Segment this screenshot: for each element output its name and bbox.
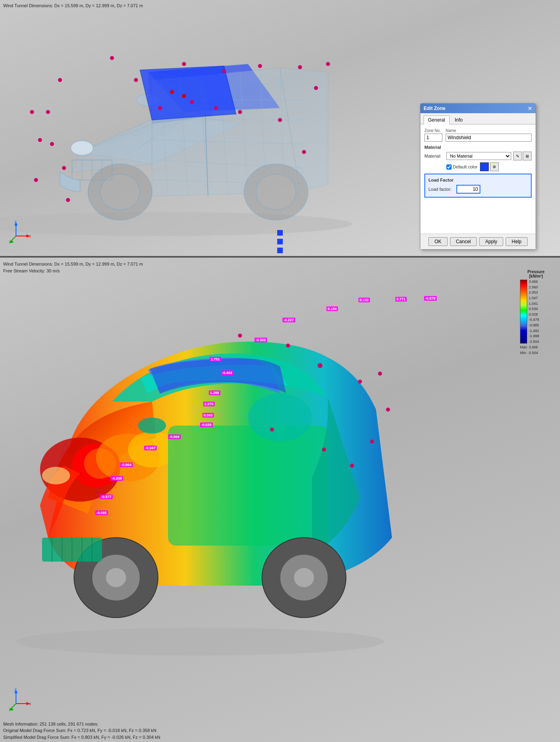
- default-color-label: Default color: [446, 164, 478, 170]
- svg-point-66: [302, 150, 306, 154]
- pressure-label-p5: -0.227: [282, 318, 295, 322]
- material-row: Material: No Material ✎ ⊞: [424, 152, 532, 160]
- legend-color-bar: [520, 280, 527, 344]
- svg-point-54: [110, 56, 114, 60]
- svg-point-103: [358, 380, 362, 384]
- zone-name-group: Zone No. Name: [424, 128, 532, 142]
- svg-point-102: [318, 363, 322, 368]
- legend-title: Pressure [kN/m²]: [520, 270, 552, 278]
- svg-point-67: [170, 90, 174, 94]
- mesh-info-line1: Mesh Information: 251 138 cells, 291 671…: [3, 721, 160, 728]
- mesh-info-line3: Simplified Model Drag Force Sum: Fx = 0.…: [3, 734, 160, 741]
- pressure-label-p11: 0.043: [202, 413, 214, 418]
- svg-point-108: [322, 448, 326, 452]
- svg-point-90: [106, 568, 126, 587]
- svg-point-46: [190, 100, 194, 104]
- svg-point-57: [50, 142, 54, 146]
- svg-point-45: [158, 106, 162, 110]
- svg-point-49: [258, 64, 262, 68]
- load-factor-label: Load factor:: [428, 187, 456, 192]
- svg-text:Y: Y: [9, 240, 11, 244]
- svg-point-106: [238, 334, 242, 338]
- svg-point-63: [214, 106, 218, 110]
- svg-point-107: [270, 428, 274, 432]
- pressure-label-p14: -0.167: [144, 446, 157, 450]
- material-select[interactable]: No Material: [446, 152, 511, 160]
- svg-text:Z: Z: [14, 688, 17, 692]
- svg-marker-44: [140, 66, 236, 120]
- pressure-label-p16: -0.338: [110, 476, 123, 481]
- svg-point-87: [248, 394, 312, 442]
- material-grid-button[interactable]: ⊞: [523, 152, 532, 160]
- svg-point-52: [182, 62, 186, 66]
- svg-point-68: [182, 94, 186, 98]
- svg-point-59: [38, 138, 42, 142]
- pressure-label-p13: -0.869: [168, 434, 181, 439]
- dialog-footer: OK Cancel Apply Help: [420, 234, 536, 249]
- color-grid-button[interactable]: ⊞: [490, 162, 499, 171]
- pressure-label-p9: 1.288: [209, 390, 220, 395]
- svg-text:Z: Z: [14, 220, 17, 224]
- material-section-label: Material: [424, 145, 532, 150]
- svg-point-100: [138, 418, 166, 434]
- color-row: Default color ⊞: [424, 162, 532, 171]
- pressure-label-p2: 0.771: [395, 297, 407, 302]
- car-heatmap: [0, 258, 448, 706]
- mesh-info: Mesh Information: 251 138 cells, 291 671…: [3, 721, 160, 741]
- pressure-label-p17: -0.577: [100, 494, 113, 499]
- dialog-empty-area: [424, 198, 532, 230]
- pressure-label-p4: 0.184: [326, 306, 338, 311]
- load-factor-input[interactable]: [456, 185, 480, 194]
- svg-point-80: [16, 628, 384, 656]
- svg-point-109: [350, 464, 354, 468]
- svg-point-60: [30, 110, 34, 114]
- dialog-tabs: General Info: [420, 113, 536, 124]
- name-field: Name: [446, 128, 532, 142]
- help-button[interactable]: Help: [506, 237, 528, 246]
- material-label: Material:: [424, 154, 446, 158]
- svg-point-111: [386, 408, 390, 412]
- load-factor-row: Load factor:: [428, 185, 528, 194]
- svg-point-47: [134, 78, 138, 82]
- svg-point-104: [378, 372, 382, 376]
- load-factor-title: Load Factor: [428, 178, 528, 182]
- svg-point-35: [71, 141, 93, 155]
- pressure-label-p8: -0.403: [221, 370, 234, 375]
- pressure-label-p18: -0.695: [95, 510, 108, 515]
- svg-point-61: [34, 178, 38, 182]
- svg-point-105: [286, 344, 290, 348]
- svg-point-50: [298, 65, 302, 69]
- pressure-label-p7: 1.751: [210, 357, 221, 362]
- ok-button[interactable]: OK: [428, 237, 447, 246]
- apply-button[interactable]: Apply: [479, 237, 503, 246]
- color-swatch[interactable]: [480, 162, 489, 171]
- svg-point-0: [0, 212, 352, 236]
- axes-top: Z X Y: [8, 220, 32, 244]
- svg-point-51: [314, 86, 318, 90]
- dialog-close-button[interactable]: ✕: [528, 106, 532, 111]
- default-color-checkbox[interactable]: [446, 164, 452, 170]
- car-wireframe: [0, 0, 400, 248]
- name-input[interactable]: [446, 134, 532, 142]
- svg-point-93: [294, 568, 314, 587]
- pressure-label-p1: -0.879: [424, 296, 437, 301]
- svg-point-56: [46, 110, 50, 114]
- pressure-label-p10: 2.375: [203, 402, 215, 406]
- pressure-label-p6: -0.322: [254, 338, 267, 342]
- legend-minmax: Max: 3.066 Min: -2.504: [520, 345, 552, 356]
- tab-info[interactable]: Info: [450, 116, 467, 124]
- dialog-title: Edit Zone: [424, 106, 446, 111]
- legend-labels: 3.066 2.560 2.053 1.547 1.041 0.534 0.02…: [527, 280, 539, 344]
- mesh-info-line2: Original Model Drag Force Sum: Fx = 0.72…: [3, 727, 160, 734]
- tab-general[interactable]: General: [424, 116, 450, 124]
- svg-point-26: [100, 174, 140, 210]
- svg-text:Y: Y: [9, 707, 11, 711]
- svg-point-110: [370, 440, 374, 444]
- cancel-button[interactable]: Cancel: [450, 237, 477, 246]
- material-edit-button[interactable]: ✎: [513, 152, 522, 160]
- dialog-body: Zone No. Name Material Material: No Mate…: [420, 124, 536, 234]
- svg-text:X: X: [29, 702, 31, 706]
- zone-no-input[interactable]: [424, 134, 442, 142]
- svg-rect-86: [168, 426, 328, 546]
- bottom-panel: Wind Tunnel Dimensions: Dx = 15.599 m, D…: [0, 258, 560, 742]
